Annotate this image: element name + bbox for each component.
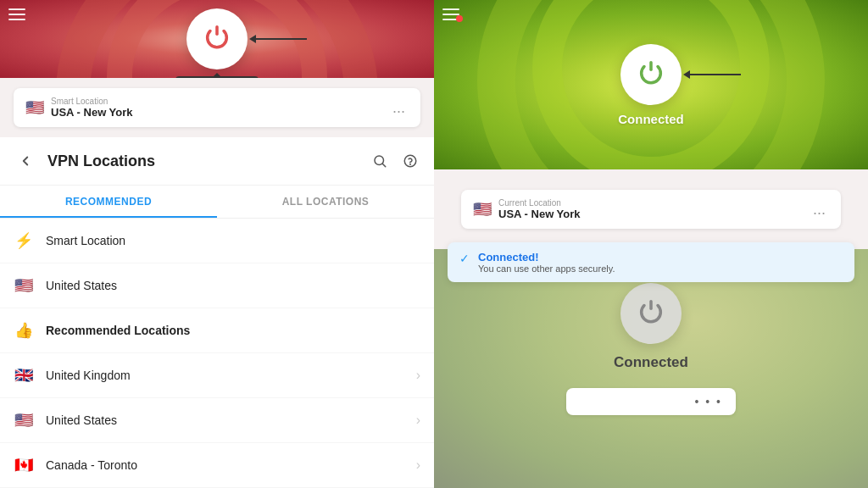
power-btn-container-right (620, 44, 682, 105)
power-button-right[interactable] (620, 44, 682, 105)
popup-subtitle: You can use other apps securely. (478, 263, 615, 274)
item-name-uk: United Kingdom (46, 369, 416, 382)
bottom-right-section: Connected • • • (434, 249, 868, 488)
left-panel: Tap to connect 🇺🇸 Smart Location USA - N… (0, 0, 434, 488)
connected-bg: Connected (434, 0, 868, 169)
arrow-right (690, 74, 741, 75)
hamburger-menu-right[interactable] (442, 8, 459, 20)
location-more-left[interactable]: ... (389, 99, 409, 117)
connected-label-top: Connected (618, 112, 684, 126)
location-info-right: Current Location USA - New York (498, 198, 810, 220)
chevron-ca: › (416, 458, 420, 473)
list-item-us-top[interactable]: 🇺🇸 United States (0, 263, 434, 308)
chevron-uk: › (416, 368, 420, 383)
header-icons (370, 151, 420, 171)
hamburger-right-wrapper (442, 8, 459, 20)
location-name-right: USA - New York (498, 208, 810, 220)
power-button-left[interactable] (186, 8, 248, 69)
location-bar-left[interactable]: 🇺🇸 Smart Location USA - New York ... (14, 88, 420, 127)
back-button[interactable] (14, 149, 37, 173)
connected-popup: ✓ Connected! You can use other apps secu… (448, 242, 854, 282)
flag-uk: 🇬🇧 (14, 365, 34, 385)
location-bar-right[interactable]: 🇺🇸 Current Location USA - New York ... (461, 190, 841, 229)
back-icon (18, 153, 33, 169)
disconnected-bg: Tap to connect (0, 0, 434, 78)
tab-all-locations[interactable]: ALL LOCATIONS (217, 186, 434, 218)
connected-label-overlay: Connected (614, 354, 688, 371)
list-item-smart[interactable]: ⚡ Smart Location (0, 219, 434, 263)
power-btn-container-left: Tap to connect (186, 8, 248, 69)
vpn-header: VPN Locations (0, 137, 434, 186)
tab-recommended[interactable]: RECOMMENDED (0, 186, 217, 218)
notification-dot (456, 15, 463, 22)
item-name-us-top: United States (46, 279, 420, 292)
location-flag-right: 🇺🇸 (473, 200, 492, 219)
popup-title: Connected! (478, 251, 615, 263)
more-dots-bar: • • • (566, 388, 736, 415)
flag-us-rec: 🇺🇸 (14, 410, 34, 430)
location-list: ⚡ Smart Location 🇺🇸 United States 👍 Reco… (0, 219, 434, 488)
tap-tooltip: Tap to connect (175, 76, 259, 78)
arrow-left (256, 38, 307, 40)
item-name-us: United States (46, 413, 416, 427)
location-label-right: Current Location (498, 198, 810, 208)
list-item-recommended-header: 👍 Recommended Locations (0, 308, 434, 353)
list-item-ca[interactable]: 🇨🇦 Canada - Toronto › (0, 443, 434, 488)
location-flag-left: 🇺🇸 (25, 98, 44, 117)
item-name-smart: Smart Location (46, 234, 420, 247)
search-icon-btn[interactable] (370, 151, 390, 171)
connected-popup-icon: ✓ (459, 252, 470, 265)
hamburger-menu-left[interactable] (8, 8, 25, 20)
lightning-icon: ⚡ (14, 230, 34, 251)
help-icon-btn[interactable] (400, 151, 420, 171)
svg-point-0 (375, 156, 384, 165)
chevron-us: › (416, 413, 420, 428)
location-info-left: Smart Location USA - New York (51, 97, 389, 119)
more-dots[interactable]: • • • (695, 395, 722, 408)
flag-us-top: 🇺🇸 (14, 275, 34, 296)
vpn-title: VPN Locations (47, 152, 370, 170)
tabs-bar: RECOMMENDED ALL LOCATIONS (0, 186, 434, 219)
svg-point-2 (410, 164, 411, 164)
power-icon-right (637, 60, 665, 89)
item-name-recommended: Recommended Locations (46, 324, 420, 337)
power-btn-overlay[interactable] (620, 283, 682, 344)
vpn-locations-panel: VPN Locations R (0, 137, 434, 488)
power-icon-overlay (637, 299, 665, 328)
location-label-left: Smart Location (51, 97, 389, 106)
item-name-ca: Canada - Toronto (46, 458, 416, 472)
thumbs-icon: 👍 (14, 320, 34, 341)
power-icon-left (203, 25, 231, 53)
right-panel: Connected 🇺🇸 Current Location USA - New … (434, 0, 868, 488)
location-bar-right-wrapper: 🇺🇸 Current Location USA - New York ... ✓… (448, 180, 854, 239)
list-item-us[interactable]: 🇺🇸 United States › (0, 398, 434, 443)
search-icon (372, 153, 387, 169)
location-name-left: USA - New York (51, 106, 389, 119)
location-more-right[interactable]: ... (810, 201, 829, 219)
flag-ca: 🇨🇦 (14, 455, 34, 475)
list-item-uk[interactable]: 🇬🇧 United Kingdom › (0, 353, 434, 398)
overlay-gray: Connected • • • (434, 249, 868, 488)
help-icon (403, 153, 418, 169)
connected-popup-text: Connected! You can use other apps secure… (478, 251, 615, 274)
